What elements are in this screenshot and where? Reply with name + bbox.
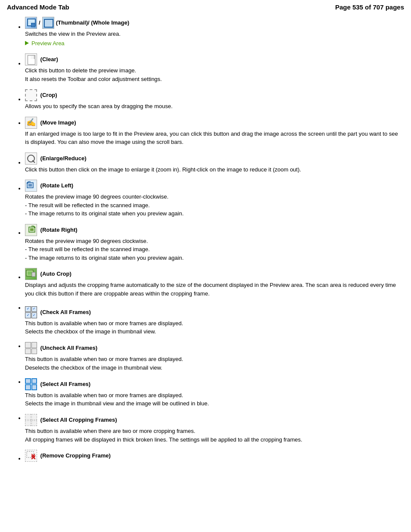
item-body-thumbnail-whole: Switches the view in the Preview area. P… <box>25 30 398 47</box>
svg-rect-1 <box>28 184 32 187</box>
item-body-select-all-frames: This button is available when two or mor… <box>25 391 398 408</box>
preview-area-link[interactable]: Preview Area <box>25 39 398 48</box>
item-label-move-image: (Move Image) <box>39 118 76 127</box>
uncheck-all-frames-icon <box>25 342 37 354</box>
svg-line-9 <box>32 456 35 459</box>
item-header-clear: (Clear) <box>25 53 398 65</box>
clear-icon <box>25 53 37 65</box>
item-label-select-all-frames: (Select All Frames) <box>39 380 90 389</box>
svg-rect-6 <box>32 272 35 277</box>
item-label-auto-crop: (Auto Crop) <box>39 270 72 278</box>
item-header-check-all-frames: ✓ ✓ ✓ ✓ (Check All Frames) <box>25 306 398 318</box>
svg-rect-5 <box>28 271 32 275</box>
item-label-check-all-frames: (Check All Frames) <box>39 308 91 317</box>
item-body-rotate-right: Rotates the preview image 90 degrees clo… <box>25 237 398 262</box>
svg-rect-3 <box>30 228 34 231</box>
item-label-remove-cropping: (Remove Cropping Frame) <box>39 451 111 460</box>
item-body-clear: Click this button to delete the preview … <box>25 66 398 83</box>
list-item-thumbnail-whole: / (Thumbnail)/ (Whole Image) Switches th… <box>25 17 398 47</box>
list-item-rotate-right: (Rotate Right) Rotates the preview image… <box>25 224 398 262</box>
item-label-rotate-left: (Rotate Left) <box>39 181 73 190</box>
list-item-uncheck-all-frames: (Uncheck All Frames) This button is avai… <box>25 342 398 372</box>
check-all-frames-icon: ✓ ✓ ✓ ✓ <box>25 306 37 318</box>
select-all-cropping-icon <box>25 414 37 426</box>
rotate-left-icon <box>25 180 37 192</box>
item-body-rotate-left: Rotates the preview image 90 degrees cou… <box>25 193 398 218</box>
list-item-auto-crop: (Auto Crop) Displays and adjusts the cro… <box>25 268 398 298</box>
list-item-rotate-left: (Rotate Left) Rotates the preview image … <box>25 180 398 218</box>
item-header-auto-crop: (Auto Crop) <box>25 268 398 280</box>
item-body-uncheck-all-frames: This button is available when two or mor… <box>25 355 398 372</box>
page-info: Page 535 of 707 pages <box>335 3 404 11</box>
list-item-select-all-cropping: (Select All Cropping Frames) This button… <box>25 414 398 444</box>
item-label-rotate-right: (Rotate Right) <box>39 226 78 234</box>
item-label-thumbnail-whole: (Thumbnail)/ (Whole Image) <box>56 19 129 27</box>
page-title: Advanced Mode Tab <box>7 3 69 11</box>
item-header-move-image: ✍ (Move Image) <box>25 117 398 129</box>
thumbnail-description: Switches the view in the Preview area. <box>25 31 121 37</box>
item-header-select-all-frames: (Select All Frames) <box>25 378 398 390</box>
item-header-remove-cropping: (Remove Cropping Frame) <box>25 450 398 462</box>
item-body-check-all-frames: This button is available when two or mor… <box>25 319 398 336</box>
item-header-rotate-left: (Rotate Left) <box>25 180 398 192</box>
list-item-check-all-frames: ✓ ✓ ✓ ✓ (Check All Frames) This button i… <box>25 304 398 336</box>
item-body-enlarge-reduce: Click this button then click on the imag… <box>25 165 398 174</box>
item-header-uncheck-all-frames: (Uncheck All Frames) <box>25 342 398 354</box>
whole-image-icon <box>42 17 54 29</box>
slash-separator: / <box>39 19 40 27</box>
remove-crop-icon <box>25 450 37 462</box>
move-image-icon: ✍ <box>25 117 37 129</box>
item-label-crop: (Crop) <box>39 91 57 100</box>
item-body-move-image: If an enlarged image is too large to fit… <box>25 130 398 146</box>
item-label-select-all-cropping: (Select All Cropping Frames) <box>39 416 117 424</box>
item-body-auto-crop: Displays and adjusts the cropping frame … <box>25 281 398 298</box>
list-item-remove-cropping: (Remove Cropping Frame) <box>25 450 398 462</box>
list-item-enlarge-reduce: (Enlarge/Reduce) Click this button then … <box>25 152 398 174</box>
content-area: / (Thumbnail)/ (Whole Image) Switches th… <box>0 13 411 475</box>
list-item-clear: (Clear) Click this button to delete the … <box>25 53 398 83</box>
arrow-icon <box>25 41 29 45</box>
enlarge-icon <box>25 152 37 165</box>
item-body-select-all-cropping: This button is available when there are … <box>25 427 398 444</box>
item-header-enlarge-reduce: (Enlarge/Reduce) <box>25 152 398 165</box>
auto-crop-icon <box>25 268 37 280</box>
item-header-rotate-right: (Rotate Right) <box>25 224 398 236</box>
select-all-frames-icon <box>25 378 37 390</box>
item-label-uncheck-all-frames: (Uncheck All Frames) <box>39 344 97 352</box>
page-header: Advanced Mode Tab Page 535 of 707 pages <box>0 0 411 13</box>
item-body-crop: Allows you to specify the scan area by d… <box>25 102 398 111</box>
list-item-select-all-frames: (Select All Frames) This button is avail… <box>25 378 398 408</box>
item-list: / (Thumbnail)/ (Whole Image) Switches th… <box>13 17 398 462</box>
crop-icon <box>25 89 37 101</box>
svg-line-8 <box>32 456 35 459</box>
thumbnail-icon <box>25 17 37 29</box>
rotate-right-icon <box>25 224 37 236</box>
item-label-enlarge-reduce: (Enlarge/Reduce) <box>39 154 87 163</box>
item-header-crop: (Crop) <box>25 89 398 101</box>
item-label-clear: (Clear) <box>39 55 58 64</box>
svg-rect-7 <box>27 451 34 457</box>
preview-area-link-text: Preview Area <box>31 39 65 48</box>
item-header-thumbnail-whole: / (Thumbnail)/ (Whole Image) <box>25 17 398 29</box>
list-item-move-image: ✍ (Move Image) If an enlarged image is t… <box>25 117 398 146</box>
list-item-crop: (Crop) Allows you to specify the scan ar… <box>25 89 398 111</box>
item-header-select-all-cropping: (Select All Cropping Frames) <box>25 414 398 426</box>
